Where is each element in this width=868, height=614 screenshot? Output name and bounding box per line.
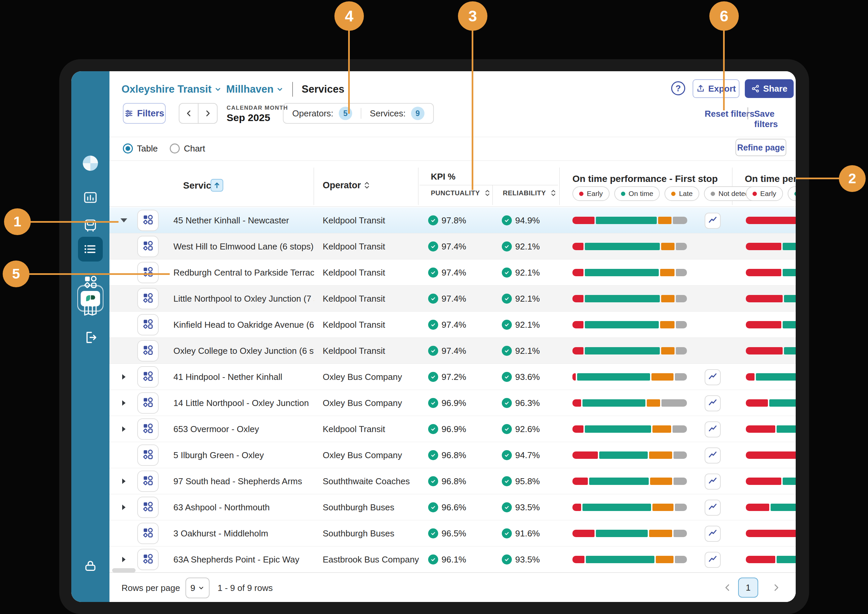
help-button[interactable]: ? [671, 81, 685, 95]
bar-segment-ontime [585, 347, 660, 355]
reliability-value: 93.6% [502, 372, 540, 382]
bar-segment-early [746, 373, 754, 381]
page-size-select[interactable]: 9 [185, 578, 210, 598]
service-type-button[interactable] [137, 471, 159, 492]
punctuality-value: 97.4% [428, 320, 466, 330]
expand-toggle[interactable] [118, 390, 129, 416]
sidebar-item-services-active[interactable] [78, 237, 103, 262]
trend-chart-button[interactable] [705, 213, 721, 229]
table-row[interactable]: Oxley College to Oxley Junction (6 stops… [109, 338, 796, 364]
org-selector[interactable]: Oxleyshire Transit [121, 83, 222, 95]
column-header-reliability[interactable]: RELIABILITY [503, 189, 557, 197]
service-type-button[interactable] [137, 236, 159, 257]
bar-segment-notdetected [676, 269, 687, 276]
bar-segment-early [746, 217, 796, 224]
table-row[interactable]: 45 Nether Kinhall - NewcasterKeldpool Tr… [109, 207, 796, 233]
trend-chart-button[interactable] [705, 526, 721, 542]
reliability-value: 95.8% [502, 476, 540, 487]
legend-pill[interactable]: Late [664, 186, 699, 201]
view-radio-table[interactable]: Table [123, 143, 158, 154]
page-number-button[interactable]: 1 [738, 578, 758, 598]
region-selector[interactable]: Millhaven [226, 83, 283, 95]
horizontal-scrollbar-thumb[interactable] [112, 568, 135, 572]
sidebar-item-vehicles[interactable] [82, 218, 98, 234]
table-row[interactable]: Kinfield Head to Oakridge Avenue (6…Keld… [109, 312, 796, 338]
table-row[interactable]: 63 Ashpool - NorthmouthSouthburgh Buses9… [109, 494, 796, 520]
service-type-button[interactable] [137, 497, 159, 518]
callout-number: 4 [345, 7, 353, 25]
filters-links-divider [748, 107, 748, 119]
service-name: Little Northpool to Oxley Junction (7 st… [173, 285, 314, 312]
prev-month-button[interactable] [179, 104, 199, 123]
sidebar-item-logout[interactable] [82, 329, 98, 346]
bar-segment-ontime [585, 295, 660, 302]
table-row[interactable]: 5 Ilburgh Green - OxleyOxley Bus Company… [109, 442, 796, 468]
service-type-button[interactable] [137, 549, 159, 570]
table-row[interactable]: West Hill to Elmwood Lane (6 stops)Keldp… [109, 233, 796, 259]
export-button[interactable]: Export [692, 79, 739, 98]
legend-pill[interactable]: On time [614, 186, 660, 201]
legend-label: Early [760, 190, 776, 198]
share-button[interactable]: Share [745, 79, 794, 98]
table-row[interactable]: Little Northpool to Oxley Junction (7 st… [109, 285, 796, 312]
check-circle-icon [428, 372, 438, 382]
table-row[interactable]: 3 Oakhurst - MiddleholmSouthburgh Buses9… [109, 520, 796, 546]
service-type-button[interactable] [137, 340, 159, 361]
table-row[interactable]: Redburgh Central to Parkside Terrace (5…… [109, 259, 796, 285]
expand-toggle[interactable] [118, 416, 129, 442]
expand-toggle[interactable] [118, 468, 129, 494]
check-circle-icon [428, 320, 438, 330]
sidebar-item-dashboard[interactable] [82, 190, 98, 206]
column-group-kpi: KPI % [431, 172, 456, 182]
bar-segment-early [746, 269, 781, 276]
refine-page-button[interactable]: Refine page [736, 139, 786, 156]
save-filters-link[interactable]: Save filters [754, 109, 796, 129]
legend-pill[interactable]: Early [572, 186, 610, 201]
filters-button[interactable]: Filters [123, 103, 166, 124]
legend-pill[interactable]: Early [746, 186, 783, 201]
scope-chip[interactable]: Operators: 5 Services: 9 [283, 103, 434, 124]
legend-pill[interactable]: On t [788, 186, 796, 201]
stops-grid-icon [142, 292, 154, 305]
bar-segment-early [572, 373, 576, 381]
trend-chart-button[interactable] [705, 473, 721, 490]
table-row[interactable]: 14 Little Northpool - Oxley JunctionOxle… [109, 390, 796, 416]
expand-toggle[interactable] [118, 364, 129, 390]
trend-chart-button[interactable] [705, 395, 721, 411]
callout-line-5 [28, 273, 170, 275]
service-type-button[interactable] [137, 523, 159, 544]
column-header-operator[interactable]: Operator [323, 180, 361, 191]
expand-toggle[interactable] [118, 207, 129, 233]
trend-chart-button[interactable] [705, 369, 721, 385]
table-row[interactable]: 41 Hindpool - Nether KinhallOxley Bus Co… [109, 364, 796, 390]
service-type-button[interactable] [137, 445, 159, 466]
expand-toggle[interactable] [118, 494, 129, 520]
view-radio-chart[interactable]: Chart [170, 143, 205, 154]
reset-filters-link[interactable]: Reset filters [705, 109, 754, 119]
service-type-button[interactable] [137, 288, 159, 309]
service-type-button[interactable] [137, 262, 159, 283]
table-row[interactable]: 97 South head - Shepherds ArmsSouththwai… [109, 468, 796, 494]
services-sort-button[interactable] [210, 179, 223, 192]
sort-updown-icon[interactable] [362, 181, 371, 190]
trend-chart-button[interactable] [705, 422, 721, 437]
service-type-button[interactable] [137, 210, 159, 231]
trend-chart-button[interactable] [705, 499, 721, 516]
service-type-button[interactable] [137, 392, 159, 414]
trend-chart-button[interactable] [705, 448, 721, 464]
table-row[interactable]: 653 Overmoor - OxleyKeldpool Transit96.9… [109, 416, 796, 442]
bar-segment-early [746, 347, 782, 355]
column-header-punctuality[interactable]: PUNCTUALITY [431, 189, 492, 197]
service-type-button[interactable] [137, 366, 159, 388]
check-circle-icon [502, 555, 512, 564]
sidebar-item-lock[interactable] [83, 558, 98, 574]
sidebar-item-current-app[interactable] [77, 285, 103, 312]
otp-second-bar [746, 451, 796, 459]
prev-page-button[interactable] [721, 580, 734, 595]
service-type-button[interactable] [137, 314, 159, 335]
next-page-button[interactable] [770, 580, 783, 595]
trend-chart-button[interactable] [705, 552, 721, 568]
table-row[interactable]: 63A Shepherds Point - Epic WayEastbrook … [109, 546, 796, 572]
service-type-button[interactable] [137, 419, 159, 440]
next-month-button[interactable] [199, 104, 217, 123]
